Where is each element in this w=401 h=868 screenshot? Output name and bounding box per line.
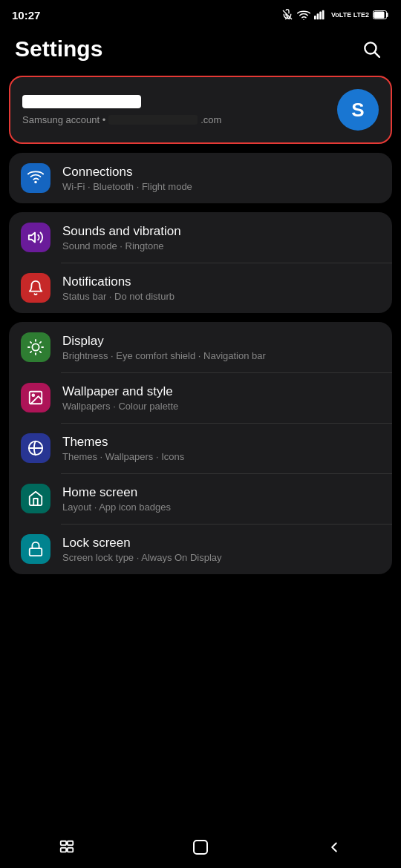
lock-screen-label: Lock screen xyxy=(62,536,222,550)
connections-sublabel: Wi-Fi · Bluetooth · Flight mode xyxy=(62,181,192,192)
recent-apps-button[interactable] xyxy=(45,832,89,862)
page-header: Settings xyxy=(0,27,401,76)
display-sublabel: Brightness · Eye comfort shield · Naviga… xyxy=(62,350,266,361)
svg-marker-9 xyxy=(29,233,35,243)
signal-icon xyxy=(314,10,327,20)
settings-group-connections: Connections Wi-Fi · Bluetooth · Flight m… xyxy=(9,153,392,203)
account-name-blurred xyxy=(22,95,141,108)
lock-screen-sublabel: Screen lock type · Always On Display xyxy=(62,552,222,563)
home-screen-text: Home screen Layout · App icon badges xyxy=(62,485,171,513)
notifications-text: Notifications Status bar · Do not distur… xyxy=(62,274,175,302)
svg-point-8 xyxy=(35,182,36,183)
home-screen-label: Home screen xyxy=(62,485,171,500)
svg-rect-1 xyxy=(317,13,319,19)
svg-line-18 xyxy=(40,342,41,343)
lock-screen-icon xyxy=(21,534,50,564)
svg-rect-2 xyxy=(319,12,322,20)
back-icon xyxy=(326,839,342,855)
settings-group-sounds-notifications: Sounds and vibration Sound mode · Ringto… xyxy=(9,212,392,313)
svg-rect-24 xyxy=(61,848,66,852)
status-bar: 10:27 VoLTE LTE2 xyxy=(0,0,401,27)
recent-apps-icon xyxy=(59,839,75,855)
display-text: Display Brightness · Eye comfort shield … xyxy=(62,334,266,361)
home-screen-item[interactable]: Home screen Layout · App icon badges xyxy=(9,473,392,524)
wifi-icon xyxy=(297,10,310,20)
connections-text: Connections Wi-Fi · Bluetooth · Flight m… xyxy=(62,165,192,192)
svg-rect-26 xyxy=(194,841,207,854)
account-card[interactable]: Samsung account • .com S xyxy=(9,76,392,144)
search-icon xyxy=(362,39,381,59)
svg-rect-22 xyxy=(61,841,66,846)
notifications-item[interactable]: Notifications Status bar · Do not distur… xyxy=(9,263,392,313)
themes-sublabel: Themes · Wallpapers · Icons xyxy=(62,451,184,462)
connections-label: Connections xyxy=(62,165,192,180)
mute-icon xyxy=(281,9,293,21)
wallpaper-label: Wallpaper and style xyxy=(62,384,178,399)
themes-item[interactable]: Themes Themes · Wallpapers · Icons xyxy=(9,423,392,473)
bottom-navigation xyxy=(0,829,401,868)
svg-point-20 xyxy=(32,394,34,396)
display-label: Display xyxy=(62,334,266,349)
connections-icon xyxy=(21,163,50,193)
status-icons: VoLTE LTE2 xyxy=(281,9,389,21)
themes-icon xyxy=(21,433,50,463)
account-avatar: S xyxy=(337,89,379,131)
svg-line-17 xyxy=(30,352,31,352)
sounds-vibration-item[interactable]: Sounds and vibration Sound mode · Ringto… xyxy=(9,212,392,263)
sounds-sublabel: Sound mode · Ringtone xyxy=(62,240,181,251)
svg-line-7 xyxy=(375,53,379,57)
notifications-sublabel: Status bar · Do not disturb xyxy=(62,291,175,302)
home-screen-sublabel: Layout · App icon badges xyxy=(62,502,171,513)
lock-screen-item[interactable]: Lock screen Screen lock type · Always On… xyxy=(9,524,392,574)
svg-rect-3 xyxy=(322,10,325,20)
svg-point-10 xyxy=(32,343,39,350)
sounds-icon xyxy=(21,223,50,252)
svg-rect-21 xyxy=(30,548,42,556)
sounds-label: Sounds and vibration xyxy=(62,224,181,239)
connections-item[interactable]: Connections Wi-Fi · Bluetooth · Flight m… xyxy=(9,153,392,203)
svg-rect-0 xyxy=(314,16,316,19)
home-nav-icon xyxy=(192,838,209,856)
status-time: 10:27 xyxy=(12,9,40,22)
wallpaper-text: Wallpaper and style Wallpapers · Colour … xyxy=(62,384,178,412)
svg-rect-5 xyxy=(374,12,385,19)
account-info: Samsung account • .com xyxy=(22,95,328,125)
search-button[interactable] xyxy=(356,34,386,64)
account-email-suffix: .com xyxy=(200,114,221,125)
battery-icon xyxy=(373,10,389,19)
notifications-icon xyxy=(21,273,50,303)
themes-label: Themes xyxy=(62,435,184,450)
svg-rect-25 xyxy=(68,848,73,852)
svg-line-14 xyxy=(40,352,41,352)
display-icon xyxy=(21,332,50,362)
home-button[interactable] xyxy=(178,832,223,862)
back-button[interactable] xyxy=(312,832,356,862)
wallpaper-icon xyxy=(21,383,50,412)
account-email-prefix: Samsung account • xyxy=(22,114,105,125)
lte-label: VoLTE LTE2 xyxy=(331,11,369,19)
svg-rect-23 xyxy=(68,841,73,846)
wallpaper-sublabel: Wallpapers · Colour palette xyxy=(62,401,178,412)
account-email-blurred xyxy=(108,115,198,125)
themes-text: Themes Themes · Wallpapers · Icons xyxy=(62,435,184,462)
page-title: Settings xyxy=(15,36,102,62)
svg-line-13 xyxy=(30,342,31,343)
sounds-text: Sounds and vibration Sound mode · Ringto… xyxy=(62,224,181,251)
home-screen-icon xyxy=(21,484,50,513)
lock-screen-text: Lock screen Screen lock type · Always On… xyxy=(62,536,222,563)
notifications-label: Notifications xyxy=(62,274,175,289)
display-item[interactable]: Display Brightness · Eye comfort shield … xyxy=(9,322,392,372)
wallpaper-item[interactable]: Wallpaper and style Wallpapers · Colour … xyxy=(9,372,392,423)
account-email: Samsung account • .com xyxy=(22,114,328,125)
settings-group-display: Display Brightness · Eye comfort shield … xyxy=(9,322,392,574)
